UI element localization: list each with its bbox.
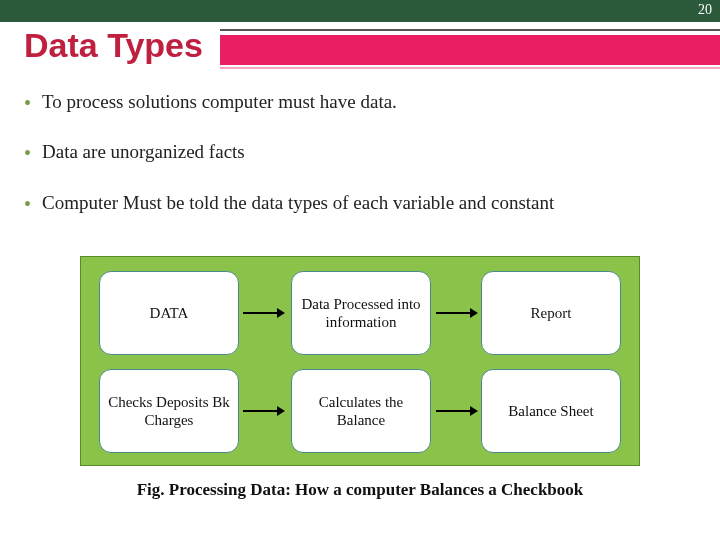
diagram-cell-balance-sheet: Balance Sheet [481, 369, 621, 453]
page-number: 20 [698, 2, 712, 18]
diagram-cell-calculates: Calculates the Balance [291, 369, 431, 453]
slide-title: Data Types [24, 26, 203, 65]
diagram-cell-processed: Data Processed into information [291, 271, 431, 355]
bullet-item: Data are unorganized facts [24, 136, 696, 168]
bullet-item: To process solutions computer must have … [24, 86, 696, 118]
bullet-item: Computer Must be told the data types of … [24, 187, 696, 219]
diagram-cell-data: DATA [99, 271, 239, 355]
diagram-cell-checks: Checks Deposits Bk Charges [99, 369, 239, 453]
arrow-icon [243, 410, 283, 412]
process-diagram: DATA Data Processed into information Rep… [80, 256, 640, 466]
title-accent-bar [220, 35, 720, 65]
diagram-caption: Fig. Processing Data: How a computer Bal… [0, 480, 720, 500]
arrow-icon [243, 312, 283, 314]
arrow-icon [436, 410, 476, 412]
bullet-list: To process solutions computer must have … [24, 86, 696, 237]
arrow-icon [436, 312, 476, 314]
diagram-cell-report: Report [481, 271, 621, 355]
top-bar: 20 [0, 0, 720, 22]
